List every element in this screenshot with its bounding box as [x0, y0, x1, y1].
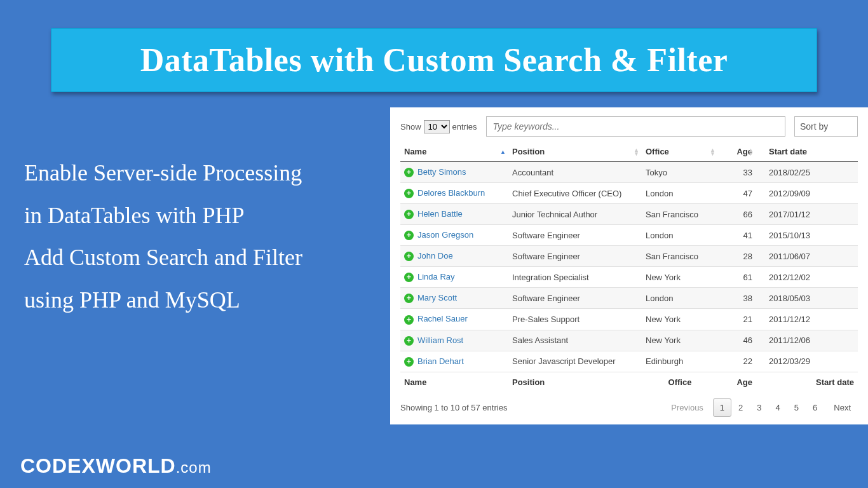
- data-table: Name ▲ Position ▲▼ Office ▲▼ Age: [400, 142, 858, 392]
- page-previous[interactable]: Previous: [664, 398, 710, 417]
- cell-age: 46: [718, 330, 756, 351]
- cell-name[interactable]: Linda Ray: [417, 272, 455, 281]
- cell-age: 33: [718, 162, 756, 183]
- cell-office: New York: [642, 309, 718, 330]
- cell-name[interactable]: Mary Scott: [417, 293, 457, 302]
- expand-icon[interactable]: +: [404, 273, 414, 282]
- col-name[interactable]: Name ▲: [400, 142, 508, 162]
- page-3[interactable]: 3: [750, 398, 768, 417]
- page-2[interactable]: 2: [731, 398, 750, 417]
- show-label-pre: Show: [400, 122, 421, 132]
- cell-start-date: 2018/05/03: [756, 288, 858, 309]
- sort-asc-icon: ▲: [500, 150, 506, 154]
- cell-age: 61: [718, 267, 756, 288]
- cell-name[interactable]: Delores Blackburn: [417, 188, 485, 198]
- cell-start-date: 2012/09/09: [756, 183, 858, 204]
- cell-name[interactable]: John Doe: [417, 251, 453, 261]
- banner-title: DataTables with Custom Search & Filter: [71, 41, 797, 79]
- cell-position: Integration Specialist: [508, 267, 642, 288]
- cell-office: San Francisco: [642, 246, 718, 267]
- page-5[interactable]: 5: [787, 398, 806, 417]
- expand-icon[interactable]: +: [404, 210, 414, 219]
- cell-position: Software Engineer: [508, 225, 642, 246]
- foot-office: Office: [642, 372, 718, 392]
- page-1[interactable]: 1: [713, 398, 731, 417]
- cell-position: Software Engineer: [508, 288, 642, 309]
- cell-name[interactable]: Betty Simons: [417, 167, 466, 177]
- expand-icon[interactable]: +: [404, 315, 414, 325]
- table-row: +William RostSales AssistantNew York4620…: [400, 330, 858, 351]
- search-input[interactable]: [486, 116, 785, 137]
- cell-position: Accountant: [508, 162, 642, 183]
- table-info: Showing 1 to 10 of 57 entries: [400, 403, 507, 412]
- col-start-date[interactable]: Start date: [756, 142, 858, 162]
- col-age[interactable]: Age ▲▼: [718, 142, 756, 162]
- cell-office: San Francisco: [642, 204, 718, 225]
- cell-position: Senior Javascript Developer: [508, 351, 642, 372]
- cell-office: London: [642, 288, 718, 309]
- table-row: +John DoeSoftware EngineerSan Francisco2…: [400, 246, 858, 267]
- col-office[interactable]: Office ▲▼: [642, 142, 718, 162]
- expand-icon[interactable]: +: [404, 252, 414, 261]
- table-row: +Mary ScottSoftware EngineerLondon382018…: [400, 288, 858, 309]
- expand-icon[interactable]: +: [404, 336, 414, 346]
- table-row: +Helen BattleJunior Technical AuthorSan …: [400, 204, 858, 225]
- cell-name[interactable]: Brian Dehart: [417, 356, 464, 366]
- cell-position: Pre-Sales Support: [508, 309, 642, 330]
- table-row: +Rachel SauerPre-Sales SupportNew York21…: [400, 309, 858, 330]
- cell-start-date: 2011/06/07: [756, 246, 858, 267]
- cell-start-date: 2011/12/06: [756, 330, 858, 351]
- table-row: +Brian DehartSenior Javascript Developer…: [400, 351, 858, 372]
- cell-name[interactable]: Rachel Sauer: [417, 314, 468, 323]
- sort-icon: ▲▼: [634, 148, 639, 156]
- table-row: +Betty SimonsAccountantTokyo332018/02/25: [400, 162, 858, 183]
- desc-line-3: Add Custom Search and Filter: [24, 236, 380, 279]
- table-row: +Delores BlackburnChief Executive Office…: [400, 183, 858, 204]
- expand-icon[interactable]: +: [404, 189, 414, 198]
- page-next[interactable]: Next: [827, 398, 858, 417]
- foot-age: Age: [718, 372, 756, 392]
- show-label-post: entries: [452, 122, 477, 132]
- desc-line-4: using PHP and MySQL: [24, 279, 380, 322]
- cell-age: 47: [718, 183, 756, 204]
- cell-start-date: 2011/12/12: [756, 309, 858, 330]
- foot-name: Name: [400, 372, 508, 392]
- expand-icon[interactable]: +: [404, 231, 414, 240]
- cell-start-date: 2012/12/02: [756, 267, 858, 288]
- foot-start-date: Start date: [756, 372, 858, 392]
- desc-line-1: Enable Server-side Processing: [24, 152, 380, 194]
- site-logo: CODEXWORLD.com: [20, 454, 212, 478]
- cell-age: 22: [718, 351, 756, 372]
- cell-office: New York: [642, 267, 718, 288]
- expand-icon[interactable]: +: [404, 168, 414, 177]
- expand-icon[interactable]: +: [404, 294, 414, 303]
- cell-office: New York: [642, 330, 718, 351]
- cell-start-date: 2017/01/12: [756, 204, 858, 225]
- page-banner: DataTables with Custom Search & Filter: [51, 28, 817, 92]
- entries-select[interactable]: 10: [424, 120, 450, 133]
- page-6[interactable]: 6: [806, 398, 824, 417]
- cell-age: 28: [718, 246, 756, 267]
- page-4[interactable]: 4: [769, 398, 787, 417]
- cell-age: 41: [718, 225, 756, 246]
- col-position[interactable]: Position ▲▼: [508, 142, 642, 162]
- sort-select[interactable]: Sort by: [794, 116, 858, 137]
- cell-name[interactable]: Helen Battle: [417, 209, 463, 219]
- cell-position: Junior Technical Author: [508, 204, 642, 225]
- datatable-panel: Show 10 entries Sort by Name ▲: [390, 107, 868, 424]
- desc-line-2: in DataTables with PHP: [24, 194, 380, 237]
- cell-start-date: 2012/03/29: [756, 351, 858, 372]
- expand-icon[interactable]: +: [404, 357, 414, 367]
- cell-position: Software Engineer: [508, 246, 642, 267]
- show-entries: Show 10 entries: [400, 120, 477, 133]
- cell-name[interactable]: Jason Gregson: [417, 230, 473, 240]
- cell-age: 66: [718, 204, 756, 225]
- sort-icon: ▲▼: [748, 148, 754, 156]
- cell-name[interactable]: William Rost: [417, 336, 463, 345]
- cell-age: 38: [718, 288, 756, 309]
- sort-icon: ▲▼: [710, 148, 715, 156]
- cell-office: Tokyo: [642, 162, 718, 183]
- cell-office: London: [642, 183, 718, 204]
- cell-position: Chief Executive Officer (CEO): [508, 183, 642, 204]
- table-row: +Linda RayIntegration SpecialistNew York…: [400, 267, 858, 288]
